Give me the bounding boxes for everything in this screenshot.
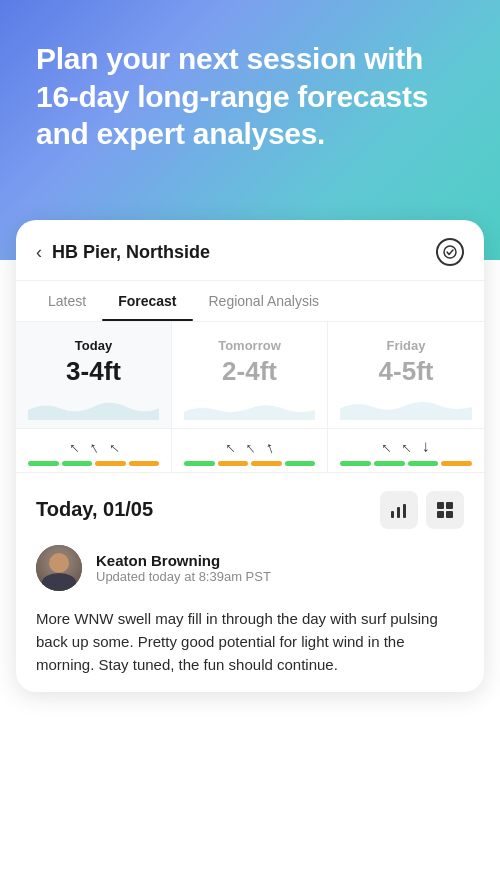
wave-area-friday xyxy=(340,392,472,420)
card-header: ‹ HB Pier, Northside xyxy=(16,220,484,281)
arrow-9: ↑ xyxy=(422,439,430,457)
avatar xyxy=(36,545,82,591)
analyst-row: Keaton Browning Updated today at 8:39am … xyxy=(16,541,484,603)
analyst-time: Updated today at 8:39am PST xyxy=(96,569,271,584)
forecast-day-tomorrow: Tomorrow xyxy=(184,338,315,353)
color-bar-friday xyxy=(336,461,476,466)
color-seg-9 xyxy=(340,461,371,466)
forecast-body: More WNW swell may fill in through the d… xyxy=(16,603,484,693)
color-seg-2 xyxy=(62,461,93,466)
svg-rect-7 xyxy=(446,511,453,518)
tab-bar: Latest Forecast Regional Analysis xyxy=(16,281,484,322)
hero-section: Plan your next session with 16-day long-… xyxy=(0,0,500,183)
bookmark-button[interactable] xyxy=(436,238,464,266)
arrow-2: ↑ xyxy=(86,438,102,458)
arrow-8: ↑ xyxy=(397,438,415,456)
tab-latest[interactable]: Latest xyxy=(32,281,102,321)
forecast-col-tomorrow[interactable]: Tomorrow 2-4ft xyxy=(172,322,328,428)
arrows-today: ↑ ↑ ↑ xyxy=(70,439,118,457)
forecast-height-friday: 4-5ft xyxy=(340,357,472,386)
color-seg-10 xyxy=(374,461,405,466)
forecast-col-today[interactable]: Today 3-4ft xyxy=(16,322,172,428)
arrow-7: ↑ xyxy=(377,438,395,456)
svg-rect-3 xyxy=(403,504,406,518)
color-seg-3 xyxy=(95,461,126,466)
arrows-col-friday: ↑ ↑ ↑ xyxy=(328,429,484,472)
today-date: Today, 01/05 xyxy=(36,498,153,521)
hero-title: Plan your next session with 16-day long-… xyxy=(36,40,464,153)
color-bar-tomorrow xyxy=(180,461,319,466)
forecast-col-friday[interactable]: Friday 4-5ft xyxy=(328,322,484,428)
back-button[interactable]: ‹ xyxy=(36,242,42,263)
svg-rect-5 xyxy=(446,502,453,509)
view-toggle xyxy=(380,491,464,529)
arrow-1: ↑ xyxy=(64,438,82,456)
arrow-6: ↑ xyxy=(263,438,277,458)
avatar-body xyxy=(42,573,76,591)
arrows-tomorrow: ↑ ↑ ↑ xyxy=(226,439,274,457)
color-bar-today xyxy=(24,461,163,466)
arrow-4: ↑ xyxy=(220,438,238,456)
svg-point-0 xyxy=(444,246,456,258)
color-seg-7 xyxy=(251,461,282,466)
avatar-image xyxy=(36,545,82,591)
arrows-friday: ↑ ↑ ↑ xyxy=(382,439,430,457)
location-title: HB Pier, Northside xyxy=(52,242,210,263)
color-seg-11 xyxy=(408,461,439,466)
forecast-height-tomorrow: 2-4ft xyxy=(184,357,315,386)
arrow-3: ↑ xyxy=(104,439,123,457)
header-left: ‹ HB Pier, Northside xyxy=(36,242,210,263)
color-seg-1 xyxy=(28,461,59,466)
forecast-height-today: 3-4ft xyxy=(28,357,159,386)
main-card: ‹ HB Pier, Northside Latest Forecast Reg… xyxy=(16,220,484,692)
avatar-face xyxy=(49,553,69,573)
arrows-col-tomorrow: ↑ ↑ ↑ xyxy=(172,429,328,472)
forecast-grid: Today 3-4ft Tomorrow 2-4ft Friday 4-5ft xyxy=(16,322,484,428)
arrows-col-today: ↑ ↑ ↑ xyxy=(16,429,172,472)
wave-area-today xyxy=(28,392,159,420)
chart-view-button[interactable] xyxy=(380,491,418,529)
tab-regional[interactable]: Regional Analysis xyxy=(193,281,336,321)
forecast-day-friday: Friday xyxy=(340,338,472,353)
analyst-info: Keaton Browning Updated today at 8:39am … xyxy=(96,552,271,584)
svg-rect-1 xyxy=(391,511,394,518)
arrows-grid: ↑ ↑ ↑ ↑ ↑ ↑ xyxy=(16,428,484,472)
forecast-day-today: Today xyxy=(28,338,159,353)
color-seg-12 xyxy=(441,461,472,466)
grid-view-button[interactable] xyxy=(426,491,464,529)
arrow-5: ↑ xyxy=(241,438,259,457)
today-section: Today, 01/05 xyxy=(16,472,484,541)
color-seg-8 xyxy=(285,461,316,466)
svg-rect-4 xyxy=(437,502,444,509)
tab-forecast[interactable]: Forecast xyxy=(102,281,192,321)
wave-area-tomorrow xyxy=(184,392,315,420)
svg-rect-2 xyxy=(397,507,400,518)
analyst-name: Keaton Browning xyxy=(96,552,271,569)
color-seg-4 xyxy=(129,461,160,466)
svg-rect-6 xyxy=(437,511,444,518)
color-seg-5 xyxy=(184,461,215,466)
color-seg-6 xyxy=(218,461,249,466)
